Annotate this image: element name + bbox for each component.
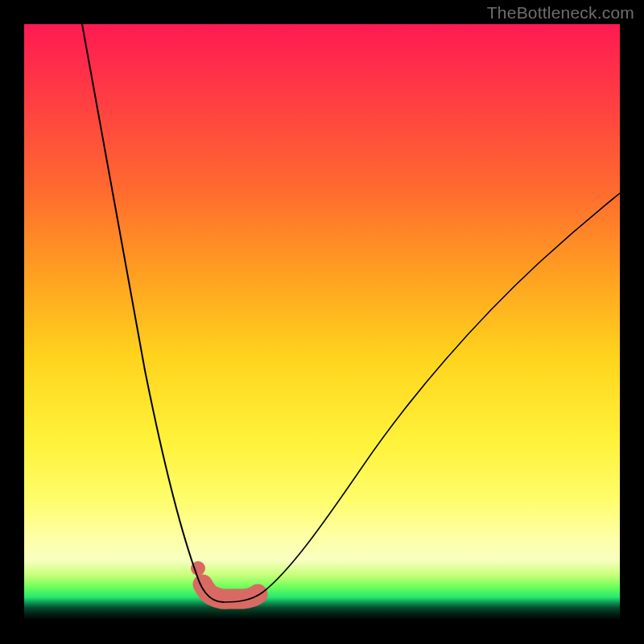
curve-left-branch <box>82 24 224 602</box>
watermark-text: TheBottleneck.com <box>487 3 634 23</box>
curve-overlay <box>24 24 620 620</box>
plot-area <box>24 24 620 620</box>
curve-right-branch <box>224 193 620 602</box>
valley-marker <box>203 584 258 599</box>
